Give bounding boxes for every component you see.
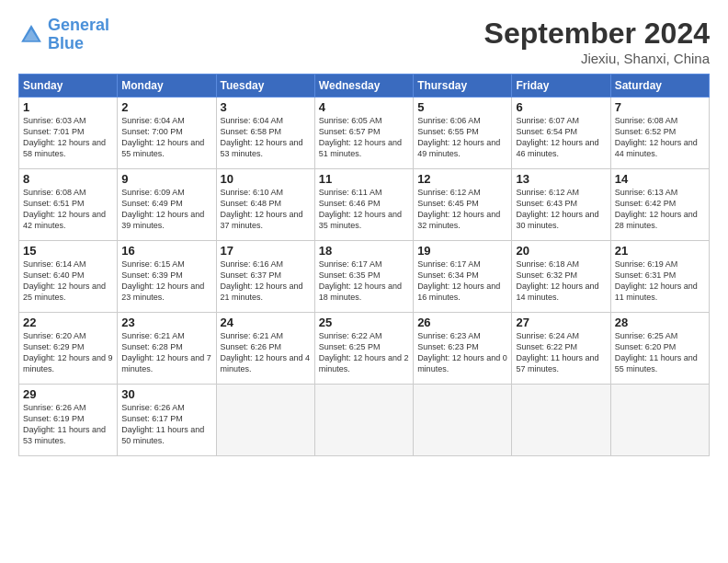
day-info: Sunrise: 6:19 AM Sunset: 6:31 PM Dayligh… [615,259,705,304]
day-number: 22 [23,316,113,329]
day-number: 7 [615,100,705,114]
calendar-week-2: 8 Sunrise: 6:08 AM Sunset: 6:51 PM Dayli… [19,169,710,241]
weekday-header-wednesday: Wednesday [314,75,413,98]
day-info: Sunrise: 6:17 AM Sunset: 6:34 PM Dayligh… [417,259,507,304]
day-info: Sunrise: 6:15 AM Sunset: 6:39 PM Dayligh… [121,259,211,304]
calendar-cell [216,385,314,456]
day-number: 4 [319,100,409,114]
calendar-cell: 8 Sunrise: 6:08 AM Sunset: 6:51 PM Dayli… [19,169,118,241]
day-number: 26 [417,316,507,329]
day-info: Sunrise: 6:16 AM Sunset: 6:37 PM Dayligh… [221,259,311,304]
day-number: 10 [221,172,311,186]
day-number: 25 [319,316,409,329]
day-info: Sunrise: 6:23 AM Sunset: 6:23 PM Dayligh… [417,330,507,375]
calendar-cell: 2 Sunrise: 6:04 AM Sunset: 7:00 PM Dayli… [118,98,216,169]
calendar-cell [314,385,413,456]
calendar-week-1: 1 Sunrise: 6:03 AM Sunset: 7:01 PM Dayli… [19,98,710,169]
month-title: September 2024 [484,17,710,51]
calendar-week-3: 15 Sunrise: 6:14 AM Sunset: 6:40 PM Dayl… [19,241,710,313]
calendar-cell: 3 Sunrise: 6:04 AM Sunset: 6:58 PM Dayli… [216,98,314,169]
calendar-cell: 26 Sunrise: 6:23 AM Sunset: 6:23 PM Dayl… [414,313,512,385]
day-info: Sunrise: 6:24 AM Sunset: 6:22 PM Dayligh… [516,330,606,375]
calendar-cell: 29 Sunrise: 6:26 AM Sunset: 6:19 PM Dayl… [19,385,118,456]
day-info: Sunrise: 6:12 AM Sunset: 6:43 PM Dayligh… [516,187,606,232]
calendar-cell: 7 Sunrise: 6:08 AM Sunset: 6:52 PM Dayli… [610,98,709,169]
logo: General Blue [18,17,109,53]
day-number: 8 [23,172,113,186]
day-number: 12 [417,172,507,186]
day-number: 24 [221,316,311,329]
calendar-cell: 16 Sunrise: 6:15 AM Sunset: 6:39 PM Dayl… [118,241,216,313]
day-info: Sunrise: 6:08 AM Sunset: 6:52 PM Dayligh… [615,115,705,160]
calendar-week-4: 22 Sunrise: 6:20 AM Sunset: 6:29 PM Dayl… [19,313,710,385]
day-info: Sunrise: 6:03 AM Sunset: 7:01 PM Dayligh… [23,115,113,160]
day-number: 6 [516,100,606,114]
day-number: 30 [121,387,211,401]
weekday-header-saturday: Saturday [610,75,709,98]
calendar-cell: 30 Sunrise: 6:26 AM Sunset: 6:17 PM Dayl… [118,385,216,456]
day-info: Sunrise: 6:13 AM Sunset: 6:42 PM Dayligh… [615,187,705,232]
weekday-header-monday: Monday [118,75,216,98]
calendar-cell: 11 Sunrise: 6:11 AM Sunset: 6:46 PM Dayl… [314,169,413,241]
day-number: 2 [121,100,211,114]
day-number: 20 [516,244,606,258]
day-info: Sunrise: 6:12 AM Sunset: 6:45 PM Dayligh… [417,187,507,232]
calendar-cell: 12 Sunrise: 6:12 AM Sunset: 6:45 PM Dayl… [414,169,512,241]
header: General Blue September 2024 Jiexiu, Shan… [18,17,710,66]
day-number: 16 [121,244,211,258]
day-number: 29 [23,387,113,401]
day-number: 23 [121,316,211,329]
day-info: Sunrise: 6:06 AM Sunset: 6:55 PM Dayligh… [417,115,507,160]
day-info: Sunrise: 6:14 AM Sunset: 6:40 PM Dayligh… [23,259,113,304]
calendar-cell [414,385,512,456]
day-number: 13 [516,172,606,186]
day-info: Sunrise: 6:05 AM Sunset: 6:57 PM Dayligh… [319,115,409,160]
weekday-header-tuesday: Tuesday [216,75,314,98]
day-number: 15 [23,244,113,258]
calendar-cell: 1 Sunrise: 6:03 AM Sunset: 7:01 PM Dayli… [19,98,118,169]
calendar-cell: 18 Sunrise: 6:17 AM Sunset: 6:35 PM Dayl… [314,241,413,313]
day-info: Sunrise: 6:04 AM Sunset: 6:58 PM Dayligh… [221,115,311,160]
day-number: 14 [615,172,705,186]
calendar-cell: 10 Sunrise: 6:10 AM Sunset: 6:48 PM Dayl… [216,169,314,241]
day-info: Sunrise: 6:18 AM Sunset: 6:32 PM Dayligh… [516,259,606,304]
day-number: 3 [221,100,311,114]
day-info: Sunrise: 6:26 AM Sunset: 6:19 PM Dayligh… [23,402,113,447]
day-number: 11 [319,172,409,186]
day-number: 28 [615,316,705,329]
day-info: Sunrise: 6:26 AM Sunset: 6:17 PM Dayligh… [121,402,211,447]
calendar-cell: 17 Sunrise: 6:16 AM Sunset: 6:37 PM Dayl… [216,241,314,313]
calendar-header-row: SundayMondayTuesdayWednesdayThursdayFrid… [19,75,710,98]
logo-icon [18,22,44,48]
calendar-cell: 15 Sunrise: 6:14 AM Sunset: 6:40 PM Dayl… [19,241,118,313]
calendar-cell: 4 Sunrise: 6:05 AM Sunset: 6:57 PM Dayli… [314,98,413,169]
calendar-cell [512,385,610,456]
day-number: 18 [319,244,409,258]
day-number: 9 [121,172,211,186]
day-info: Sunrise: 6:21 AM Sunset: 6:26 PM Dayligh… [221,330,311,375]
calendar-week-5: 29 Sunrise: 6:26 AM Sunset: 6:19 PM Dayl… [19,385,710,456]
day-info: Sunrise: 6:22 AM Sunset: 6:25 PM Dayligh… [319,330,409,375]
day-info: Sunrise: 6:10 AM Sunset: 6:48 PM Dayligh… [221,187,311,232]
day-number: 27 [516,316,606,329]
day-number: 17 [221,244,311,258]
calendar-cell: 24 Sunrise: 6:21 AM Sunset: 6:26 PM Dayl… [216,313,314,385]
calendar-cell: 9 Sunrise: 6:09 AM Sunset: 6:49 PM Dayli… [118,169,216,241]
day-info: Sunrise: 6:09 AM Sunset: 6:49 PM Dayligh… [121,187,211,232]
calendar-cell: 21 Sunrise: 6:19 AM Sunset: 6:31 PM Dayl… [610,241,709,313]
logo-text: General Blue [48,17,109,53]
title-block: September 2024 Jiexiu, Shanxi, China [484,17,710,66]
calendar-cell: 28 Sunrise: 6:25 AM Sunset: 6:20 PM Dayl… [610,313,709,385]
calendar-cell: 5 Sunrise: 6:06 AM Sunset: 6:55 PM Dayli… [414,98,512,169]
day-info: Sunrise: 6:04 AM Sunset: 7:00 PM Dayligh… [121,115,211,160]
day-number: 21 [615,244,705,258]
calendar-table: SundayMondayTuesdayWednesdayThursdayFrid… [18,74,710,456]
calendar-cell [610,385,709,456]
calendar-cell: 20 Sunrise: 6:18 AM Sunset: 6:32 PM Dayl… [512,241,610,313]
day-number: 5 [417,100,507,114]
calendar-cell: 14 Sunrise: 6:13 AM Sunset: 6:42 PM Dayl… [610,169,709,241]
day-number: 19 [417,244,507,258]
calendar-cell: 25 Sunrise: 6:22 AM Sunset: 6:25 PM Dayl… [314,313,413,385]
weekday-header-friday: Friday [512,75,610,98]
calendar-cell: 13 Sunrise: 6:12 AM Sunset: 6:43 PM Dayl… [512,169,610,241]
